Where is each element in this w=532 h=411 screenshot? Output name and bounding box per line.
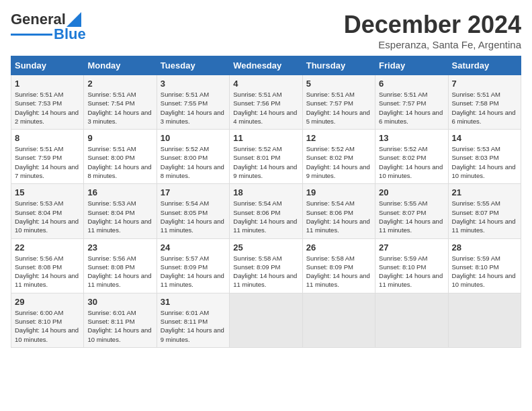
day-number: 11 bbox=[233, 133, 298, 143]
table-row: 3Sunrise: 5:51 AMSunset: 7:55 PMDaylight… bbox=[157, 75, 229, 130]
logo-blue: Blue bbox=[54, 26, 86, 43]
table-row: 28Sunrise: 5:59 AMSunset: 8:10 PMDayligh… bbox=[448, 238, 521, 293]
table-row: 25Sunrise: 5:58 AMSunset: 8:09 PMDayligh… bbox=[230, 238, 302, 293]
table-row bbox=[230, 293, 302, 347]
col-saturday: Saturday bbox=[448, 56, 521, 75]
calendar-week-row: 29Sunrise: 6:00 AMSunset: 8:10 PMDayligh… bbox=[11, 293, 521, 347]
table-row: 8Sunrise: 5:51 AMSunset: 7:59 PMDaylight… bbox=[11, 130, 84, 184]
day-number: 16 bbox=[87, 187, 152, 197]
table-row: 11Sunrise: 5:52 AMSunset: 8:01 PMDayligh… bbox=[230, 130, 302, 184]
table-row: 1Sunrise: 5:51 AMSunset: 7:53 PMDaylight… bbox=[11, 75, 84, 130]
table-row: 12Sunrise: 5:52 AMSunset: 8:02 PMDayligh… bbox=[302, 130, 375, 184]
day-info: Sunrise: 6:01 AMSunset: 8:11 PMDaylight:… bbox=[87, 308, 152, 344]
day-number: 25 bbox=[233, 242, 298, 253]
day-number: 12 bbox=[306, 133, 371, 143]
table-row: 10Sunrise: 5:52 AMSunset: 8:00 PMDayligh… bbox=[157, 130, 229, 184]
day-info: Sunrise: 5:53 AMSunset: 8:04 PMDaylight:… bbox=[15, 199, 80, 234]
day-number: 17 bbox=[161, 187, 226, 197]
table-row: 22Sunrise: 5:56 AMSunset: 8:08 PMDayligh… bbox=[11, 238, 84, 293]
table-row: 26Sunrise: 5:58 AMSunset: 8:09 PMDayligh… bbox=[302, 238, 375, 293]
col-monday: Monday bbox=[84, 56, 157, 75]
day-number: 27 bbox=[379, 242, 444, 253]
calendar-week-row: 8Sunrise: 5:51 AMSunset: 7:59 PMDaylight… bbox=[11, 130, 521, 184]
col-thursday: Thursday bbox=[302, 56, 375, 75]
day-info: Sunrise: 5:53 AMSunset: 8:03 PMDaylight:… bbox=[452, 144, 517, 180]
col-wednesday: Wednesday bbox=[230, 56, 302, 75]
calendar-week-row: 22Sunrise: 5:56 AMSunset: 8:08 PMDayligh… bbox=[11, 238, 521, 293]
calendar-week-row: 15Sunrise: 5:53 AMSunset: 8:04 PMDayligh… bbox=[11, 184, 521, 238]
day-number: 24 bbox=[161, 242, 226, 253]
day-info: Sunrise: 5:53 AMSunset: 8:04 PMDaylight:… bbox=[87, 199, 152, 234]
col-sunday: Sunday bbox=[11, 56, 84, 75]
day-number: 18 bbox=[233, 187, 298, 197]
day-number: 26 bbox=[306, 242, 371, 253]
location: Esperanza, Santa Fe, Argentina bbox=[344, 39, 521, 50]
month-title: December 2024 bbox=[344, 11, 521, 39]
day-number: 6 bbox=[379, 79, 444, 89]
day-info: Sunrise: 6:00 AMSunset: 8:10 PMDaylight:… bbox=[15, 308, 80, 344]
day-number: 20 bbox=[379, 187, 444, 197]
day-number: 4 bbox=[233, 79, 298, 89]
table-row: 16Sunrise: 5:53 AMSunset: 8:04 PMDayligh… bbox=[84, 184, 157, 238]
day-info: Sunrise: 5:54 AMSunset: 8:06 PMDaylight:… bbox=[306, 199, 371, 234]
logo-text: General Blue bbox=[11, 11, 86, 43]
col-tuesday: Tuesday bbox=[157, 56, 229, 75]
logo: General Blue bbox=[11, 11, 86, 43]
day-number: 8 bbox=[15, 133, 80, 143]
table-row: 20Sunrise: 5:55 AMSunset: 8:07 PMDayligh… bbox=[375, 184, 448, 238]
table-row: 23Sunrise: 5:56 AMSunset: 8:08 PMDayligh… bbox=[84, 238, 157, 293]
day-info: Sunrise: 5:52 AMSunset: 8:02 PMDaylight:… bbox=[379, 144, 444, 180]
table-row: 19Sunrise: 5:54 AMSunset: 8:06 PMDayligh… bbox=[302, 184, 375, 238]
day-info: Sunrise: 5:56 AMSunset: 8:08 PMDaylight:… bbox=[15, 254, 80, 289]
day-number: 30 bbox=[87, 297, 152, 307]
day-number: 9 bbox=[87, 133, 152, 143]
table-row: 18Sunrise: 5:54 AMSunset: 8:06 PMDayligh… bbox=[230, 184, 302, 238]
table-row: 9Sunrise: 5:51 AMSunset: 8:00 PMDaylight… bbox=[84, 130, 157, 184]
day-info: Sunrise: 5:51 AMSunset: 7:58 PMDaylight:… bbox=[452, 90, 517, 126]
svg-marker-0 bbox=[66, 12, 81, 27]
table-row: 30Sunrise: 6:01 AMSunset: 8:11 PMDayligh… bbox=[84, 293, 157, 347]
day-info: Sunrise: 5:51 AMSunset: 8:00 PMDaylight:… bbox=[87, 144, 152, 180]
table-row: 14Sunrise: 5:53 AMSunset: 8:03 PMDayligh… bbox=[448, 130, 521, 184]
day-info: Sunrise: 5:55 AMSunset: 8:07 PMDaylight:… bbox=[379, 199, 444, 234]
table-row: 24Sunrise: 5:57 AMSunset: 8:09 PMDayligh… bbox=[157, 238, 229, 293]
calendar-table: Sunday Monday Tuesday Wednesday Thursday… bbox=[11, 56, 521, 348]
day-number: 1 bbox=[15, 79, 80, 89]
table-row: 29Sunrise: 6:00 AMSunset: 8:10 PMDayligh… bbox=[11, 293, 84, 347]
day-number: 5 bbox=[306, 79, 371, 89]
day-number: 15 bbox=[15, 187, 80, 197]
table-row: 4Sunrise: 5:51 AMSunset: 7:56 PMDaylight… bbox=[230, 75, 302, 130]
table-row: 21Sunrise: 5:55 AMSunset: 8:07 PMDayligh… bbox=[448, 184, 521, 238]
day-info: Sunrise: 5:59 AMSunset: 8:10 PMDaylight:… bbox=[379, 254, 444, 289]
day-info: Sunrise: 6:01 AMSunset: 8:11 PMDaylight:… bbox=[161, 308, 226, 344]
page-header: General Blue December 2024 Esperanza, Sa… bbox=[11, 11, 521, 50]
day-info: Sunrise: 5:51 AMSunset: 7:55 PMDaylight:… bbox=[161, 90, 226, 126]
day-number: 3 bbox=[161, 79, 226, 89]
day-number: 31 bbox=[161, 297, 226, 307]
day-number: 2 bbox=[87, 79, 152, 89]
day-info: Sunrise: 5:58 AMSunset: 8:09 PMDaylight:… bbox=[306, 254, 371, 289]
day-info: Sunrise: 5:51 AMSunset: 7:53 PMDaylight:… bbox=[15, 90, 80, 126]
day-number: 29 bbox=[15, 297, 80, 307]
table-row: 15Sunrise: 5:53 AMSunset: 8:04 PMDayligh… bbox=[11, 184, 84, 238]
table-row: 7Sunrise: 5:51 AMSunset: 7:58 PMDaylight… bbox=[448, 75, 521, 130]
day-info: Sunrise: 5:57 AMSunset: 8:09 PMDaylight:… bbox=[161, 254, 226, 289]
table-row bbox=[302, 293, 375, 347]
table-row: 6Sunrise: 5:51 AMSunset: 7:57 PMDaylight… bbox=[375, 75, 448, 130]
day-info: Sunrise: 5:51 AMSunset: 7:57 PMDaylight:… bbox=[306, 90, 371, 126]
calendar-header-row: Sunday Monday Tuesday Wednesday Thursday… bbox=[11, 56, 521, 75]
day-info: Sunrise: 5:51 AMSunset: 7:57 PMDaylight:… bbox=[379, 90, 444, 126]
day-info: Sunrise: 5:51 AMSunset: 7:54 PMDaylight:… bbox=[87, 90, 152, 126]
day-info: Sunrise: 5:54 AMSunset: 8:05 PMDaylight:… bbox=[161, 199, 226, 234]
day-info: Sunrise: 5:59 AMSunset: 8:10 PMDaylight:… bbox=[452, 254, 517, 289]
day-number: 22 bbox=[15, 242, 80, 253]
logo-arrow-icon bbox=[66, 12, 81, 27]
day-number: 21 bbox=[452, 187, 517, 197]
day-number: 10 bbox=[161, 133, 226, 143]
table-row: 5Sunrise: 5:51 AMSunset: 7:57 PMDaylight… bbox=[302, 75, 375, 130]
day-number: 28 bbox=[452, 242, 517, 253]
day-number: 7 bbox=[452, 79, 517, 89]
table-row: 13Sunrise: 5:52 AMSunset: 8:02 PMDayligh… bbox=[375, 130, 448, 184]
day-number: 19 bbox=[306, 187, 371, 197]
day-info: Sunrise: 5:51 AMSunset: 7:59 PMDaylight:… bbox=[15, 144, 80, 180]
